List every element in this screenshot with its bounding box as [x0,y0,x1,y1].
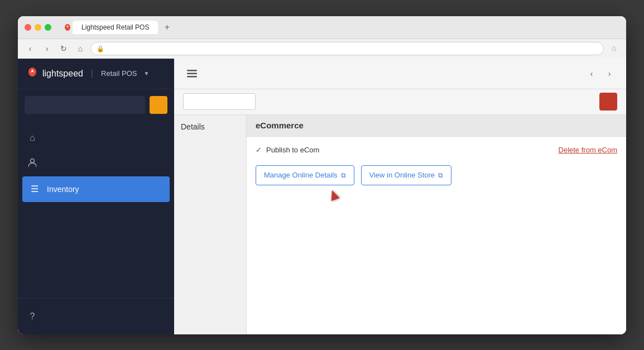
tab-bar: Lightspeed Retail POS + [63,21,174,34]
nav-bar: ‹ › ↻ ⌂ 🔒 ☆ [18,39,626,59]
sidebar-item-customers[interactable] [18,151,174,176]
ecommerce-header: eCommerce [247,115,626,137]
brand-dropdown-arrow[interactable]: ▼ [143,70,149,76]
content-back-button[interactable]: ‹ [584,66,599,81]
menu-icon-btn[interactable] [183,65,201,83]
sidebar: lightspeed | Retail POS ▼ ⌂ [18,59,174,334]
close-traffic-light[interactable] [25,24,31,31]
publish-left: ✓ Publish to eCom [256,146,319,154]
traffic-lights [25,24,51,31]
inventory-label: Inventory [47,185,79,194]
svg-rect-3 [187,76,197,78]
inventory-icon: ☰ [29,184,40,194]
title-bar: Lightspeed Retail POS + [18,16,626,39]
svg-rect-1 [187,70,197,71]
sidebar-orange-button[interactable] [150,96,167,114]
favicon [63,22,73,32]
customers-icon [27,157,38,170]
content-forward-button[interactable]: › [602,66,617,81]
sidebar-bottom: ? [18,298,174,334]
forward-button[interactable]: › [40,42,54,55]
content-area: Details eCommerce ✓ Publish to eCom De [174,115,626,334]
sidebar-spacer [18,207,174,298]
details-label: Details [181,122,205,131]
reload-button[interactable]: ↻ [57,42,70,55]
svg-point-0 [31,159,35,162]
brand-name: Retail POS [101,69,137,78]
view-external-icon: ⧉ [438,171,443,179]
lightspeed-logo-icon [27,66,38,80]
publish-check-icon: ✓ [256,146,262,154]
address-bar[interactable]: 🔒 [90,42,604,55]
ecommerce-panel: eCommerce ✓ Publish to eCom Delete from … [247,115,626,334]
bookmark-button[interactable]: ☆ [607,42,621,55]
browser-tab[interactable]: Lightspeed Retail POS [73,21,158,34]
sidebar-item-home[interactable]: ⌂ [18,125,174,151]
main-content: ‹ › Details eCommerce [174,59,626,334]
back-button[interactable]: ‹ [23,42,37,55]
logo-area: lightspeed | Retail POS ▼ [27,66,165,80]
sidebar-item-inventory[interactable]: ☰ Inventory [22,176,170,202]
home-icon: ⌂ [27,133,38,143]
app-content: lightspeed | Retail POS ▼ ⌂ [18,59,626,334]
tab-title: Lightspeed Retail POS [81,23,149,31]
sidebar-search-box[interactable] [25,96,145,114]
lock-icon: 🔒 [97,45,104,52]
publish-text: Publish to eCom [266,146,319,154]
minimize-traffic-light[interactable] [35,24,41,31]
main-toolbar: ‹ › [174,59,626,89]
sidebar-header: lightspeed | Retail POS ▼ [18,59,174,89]
new-tab-button[interactable]: + [160,21,174,34]
logo-text: lightspeed [42,69,83,79]
manage-external-icon: ⧉ [341,171,346,179]
maximize-traffic-light[interactable] [45,24,51,31]
details-panel: Details [174,115,247,334]
home-button[interactable]: ⌂ [74,42,87,55]
manage-online-details-button[interactable]: Manage Online Details ⧉ [256,165,354,185]
action-red-button[interactable] [599,93,617,111]
help-icon: ? [27,311,38,322]
sidebar-search-area [18,89,174,121]
publish-row: ✓ Publish to eCom Delete from eCom [256,146,617,154]
help-item[interactable]: ? [27,305,165,328]
manage-btn-label: Manage Online Details [264,171,338,179]
view-btn-label: View in Online Store [369,171,435,179]
action-buttons: Manage Online Details ⧉ View in Online S… [256,165,617,185]
svg-rect-2 [187,73,197,74]
sub-toolbar [174,89,626,115]
delete-from-ecom-link[interactable]: Delete from eCom [559,146,617,154]
view-in-online-store-button[interactable]: View in Online Store ⧉ [361,165,452,185]
sidebar-nav: ⌂ ☰ Inventory [18,121,174,207]
product-search-input[interactable] [183,93,256,110]
ecommerce-content: ✓ Publish to eCom Delete from eCom Manag… [247,137,626,194]
toolbar-nav-btns: ‹ › [584,66,617,81]
brand-divider: | [91,69,93,79]
ecommerce-title: eCommerce [256,121,304,130]
